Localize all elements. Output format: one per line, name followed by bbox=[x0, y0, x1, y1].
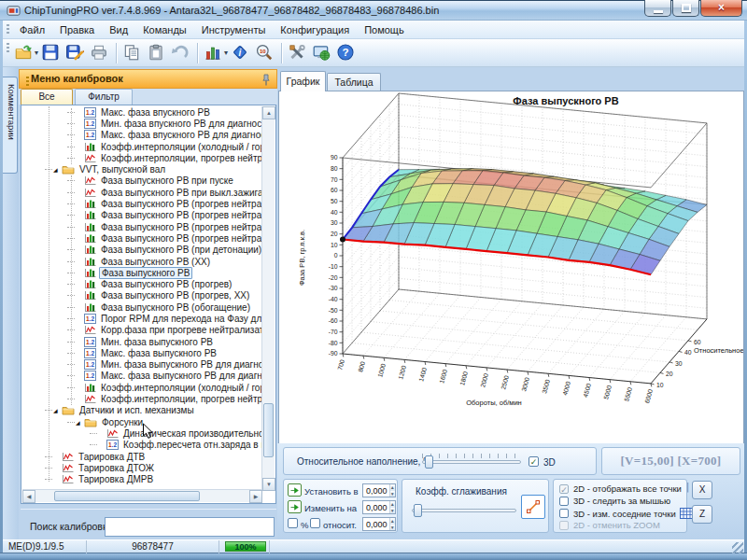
spin-down-icon[interactable]: ▼ bbox=[390, 508, 395, 514]
relative-checkbox[interactable] bbox=[310, 518, 320, 528]
open-file-button[interactable] bbox=[12, 41, 36, 65]
menu-commands[interactable]: Команды bbox=[135, 21, 194, 40]
x-axis-button[interactable]: X bbox=[692, 481, 712, 499]
option-3d-adjacent-points[interactable]: 3D - изм. соседние точки bbox=[559, 508, 693, 519]
tree-item[interactable]: Фаза выпускного РВ bbox=[22, 267, 262, 278]
menu-configuration[interactable]: Конфигурация bbox=[273, 21, 357, 40]
graph-mode-button[interactable] bbox=[202, 41, 226, 65]
online-button[interactable] bbox=[310, 41, 334, 65]
tree-item[interactable]: 1.2Порог RPM для перехода на Фазу для ре… bbox=[22, 313, 262, 324]
spin-down-icon[interactable]: ▼ bbox=[390, 525, 395, 531]
vscroll-thumb[interactable] bbox=[263, 403, 274, 457]
menu-instruments[interactable]: Инструменты bbox=[194, 21, 274, 40]
tree-item[interactable]: Тарировка ДТВ bbox=[22, 451, 262, 462]
tree-item[interactable]: 1.2Мин. фаза выпускного РВ для диагности… bbox=[22, 359, 262, 371]
search-input[interactable] bbox=[105, 517, 275, 537]
paste-button[interactable] bbox=[145, 41, 169, 65]
tree-item[interactable]: Фаза выпускного РВ при пуске bbox=[22, 175, 262, 187]
undo-button[interactable] bbox=[169, 41, 193, 65]
maximize-button[interactable] bbox=[672, 0, 699, 17]
scroll-down-icon[interactable]: ▼ bbox=[262, 478, 275, 491]
tree-item[interactable]: Фаза выпускного РВ (прогрев нейтрал., хо… bbox=[22, 210, 262, 221]
z-axis-button[interactable]: Z bbox=[692, 505, 712, 524]
3d-checkbox[interactable] bbox=[529, 456, 539, 467]
scroll-up-icon[interactable]: ▲ bbox=[262, 106, 275, 119]
tree-folder[interactable]: ◢VVT, выпускной вал bbox=[22, 163, 262, 175]
tree-folder[interactable]: ◢Датчики и исп. механизмы bbox=[22, 405, 262, 416]
percent-checkbox[interactable] bbox=[288, 518, 298, 528]
change-value-spinner[interactable]: 0,000▲▼ bbox=[362, 500, 396, 514]
tree-item[interactable]: Коэфф.интерполяции (холодный / горячий ) bbox=[22, 382, 262, 393]
smoothing-slider[interactable] bbox=[412, 504, 516, 517]
scroll-left-icon[interactable]: ◀ bbox=[22, 490, 35, 503]
menu-help[interactable]: Помощь bbox=[357, 21, 412, 40]
option-2d-all-points[interactable]: 2D - отображать все точки bbox=[559, 483, 682, 494]
minimize-button[interactable] bbox=[644, 0, 671, 17]
hscroll-thumb[interactable] bbox=[54, 491, 200, 501]
expand-icon[interactable]: ◢ bbox=[53, 166, 62, 173]
slider-thumb[interactable] bbox=[425, 455, 433, 469]
tree-horizontal-scrollbar[interactable]: ◀ ▶ bbox=[22, 489, 262, 502]
tree-item[interactable]: Коэфф.интерполяции (холодный / горячий ) bbox=[22, 141, 262, 152]
tools-button[interactable] bbox=[286, 41, 310, 65]
fill-slider[interactable] bbox=[422, 455, 521, 469]
tree-item[interactable]: Фаза выпускного РВ (прогрев, ХХ) bbox=[22, 290, 262, 301]
tree-item[interactable]: 1.2Макс. фаза впускного РВ для диагности… bbox=[22, 130, 262, 141]
tree-item[interactable]: Фаза выпускного РВ (прогрев нейтрал., ХХ… bbox=[22, 221, 262, 232]
checkbox-icon[interactable] bbox=[559, 509, 569, 518]
tree-item[interactable]: Тарировка ДТОЖ bbox=[22, 462, 262, 473]
resize-grip[interactable] bbox=[732, 542, 743, 553]
graph-mode-dropdown-icon[interactable]: ▾ bbox=[224, 49, 228, 57]
surface-plot[interactable]: 9080706050403020100-10-20-30-40-50-60-70… bbox=[279, 91, 743, 442]
tree-item[interactable]: Фаза выпускного РВ (прогрев нейтрал., ХХ… bbox=[22, 232, 262, 244]
title-bar[interactable]: ChipTuningPRO ver.7.4.8.969 - Antara32L_… bbox=[0, 0, 747, 21]
tree-item[interactable]: Фаза выпускного РВ (прогрев) bbox=[22, 278, 262, 289]
properties-button[interactable]: i bbox=[229, 41, 253, 65]
menu-edit[interactable]: Правка bbox=[52, 21, 102, 40]
copy-button[interactable] bbox=[120, 41, 145, 65]
tree-item[interactable]: Коэфф.интерполяции, прогрев нейтр. (холо… bbox=[22, 152, 262, 163]
tree-item[interactable]: Тарировка ДМРВ bbox=[22, 474, 262, 485]
apply-change-button[interactable] bbox=[288, 500, 302, 513]
spin-down-icon[interactable]: ▼ bbox=[390, 491, 395, 497]
tab-table[interactable]: Таблица bbox=[327, 73, 381, 91]
menu-file[interactable]: Файл bbox=[12, 21, 52, 40]
close-button[interactable]: × bbox=[700, 0, 742, 17]
print-button[interactable] bbox=[88, 41, 112, 65]
slider-thumb[interactable] bbox=[414, 504, 422, 517]
tree-item[interactable]: Корр.фаза при прогреве нейтрализатора bbox=[22, 325, 262, 336]
apply-smoothing-button[interactable] bbox=[521, 495, 545, 519]
tab-graph[interactable]: График bbox=[280, 71, 326, 91]
tree-item[interactable]: Фаза выпускного РВ (при детонации) bbox=[22, 245, 262, 256]
surface-chart[interactable]: 9080706050403020100-10-20-30-40-50-60-70… bbox=[278, 91, 744, 443]
expand-icon[interactable]: ◢ bbox=[76, 419, 84, 426]
tree-item[interactable]: Коэфф.интерполяции, прогрев нейтр. (холо… bbox=[22, 393, 262, 404]
tree-item[interactable]: Фаза выпускного РВ (ХХ) bbox=[22, 256, 262, 267]
tab-filter[interactable]: Фильтр bbox=[75, 89, 133, 105]
tree-item[interactable]: 1.2Мин. фаза выпускного РВ bbox=[22, 336, 262, 347]
help-button[interactable]: ? bbox=[334, 41, 359, 65]
tab-all[interactable]: Все bbox=[21, 89, 73, 105]
relative-value-spinner[interactable]: 0,000▲▼ bbox=[362, 517, 396, 531]
tree-vertical-scrollbar[interactable]: ▲ ▼ bbox=[261, 106, 275, 491]
expand-icon[interactable]: ◢ bbox=[53, 407, 62, 413]
save-as-button[interactable] bbox=[63, 41, 88, 65]
comments-vertical-tab[interactable]: Комментарии bbox=[3, 77, 18, 174]
save-button[interactable] bbox=[39, 41, 63, 65]
checkbox-icon[interactable] bbox=[559, 484, 569, 494]
tree-item[interactable]: 1.2Макс. фаза выпускного РВ bbox=[22, 347, 262, 358]
checkbox-icon[interactable] bbox=[559, 497, 569, 506]
tree-item[interactable]: 1.2Макс. фаза выпускного РВ для диагност… bbox=[22, 371, 262, 382]
scroll-right-icon[interactable]: ▶ bbox=[249, 490, 262, 503]
option-3d-follow-mouse[interactable]: 3D - следить за мышью bbox=[559, 496, 670, 506]
apply-set-button[interactable] bbox=[288, 483, 302, 497]
set-value-spinner[interactable]: 0,000▲▼ bbox=[362, 483, 396, 497]
menu-view[interactable]: Вид bbox=[102, 21, 135, 40]
tree-item[interactable]: Фаза выпускного РВ (прогрев нейтрализато… bbox=[22, 198, 262, 209]
tree-item[interactable]: Фаза выпускного РВ (обогащение) bbox=[22, 301, 262, 313]
tree-item[interactable]: 1.2Макс. фаза впускного РВ bbox=[22, 106, 262, 118]
zoom-10-button[interactable]: 10 bbox=[253, 41, 277, 65]
tree-item[interactable]: Фаза выпускного РВ при выкл.зажигания bbox=[22, 187, 262, 198]
tree-item[interactable]: 1.2Мин. фаза впускного РВ для диагностик… bbox=[22, 118, 262, 129]
open-dropdown-icon[interactable]: ▾ bbox=[35, 49, 38, 57]
